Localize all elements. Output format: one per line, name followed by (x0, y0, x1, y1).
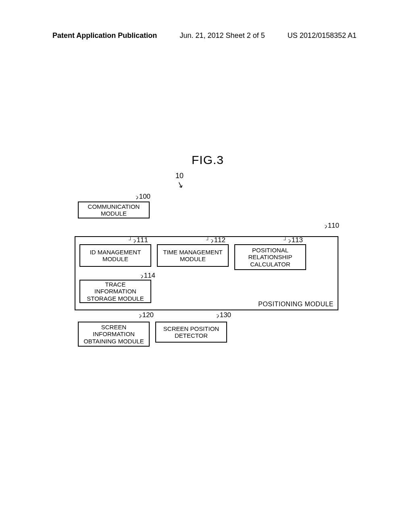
ref-10-arrow-icon: ↘ (176, 179, 186, 190)
screen-position-detector-box: SCREEN POSITION DETECTOR (155, 322, 227, 343)
ref-120: ς120 (139, 311, 154, 319)
row-1: ς111 ID MANAGEMENT MODULE ς112 TIME MANA… (79, 244, 334, 270)
trace-information-storage-module-box: TRACE INFORMATION STORAGE MODULE (79, 280, 151, 303)
communication-module-label: COMMUNICATION MODULE (88, 203, 140, 217)
figure-label: FIG.3 (75, 153, 341, 167)
header-center: Jun. 21, 2012 Sheet 2 of 5 (180, 31, 265, 40)
positional-relationship-calculator-box: ς113 POSITIONAL RELATIONSHIP CALCULATOR (234, 244, 306, 270)
positioning-module-container: ς111 ID MANAGEMENT MODULE ς112 TIME MANA… (75, 236, 338, 310)
page-header: Patent Application Publication Jun. 21, … (0, 0, 413, 40)
bottom-row: SCREEN INFORMATION OBTAINING MODULE SCRE… (78, 322, 341, 347)
row-2: TRACE INFORMATION STORAGE MODULE (79, 280, 334, 303)
ref-130: ς130 (217, 311, 231, 319)
id-management-module-box: ς111 ID MANAGEMENT MODULE (79, 244, 151, 267)
time-management-module-box: ς112 TIME MANAGEMENT MODULE (157, 244, 229, 267)
screen-info-label: SCREEN INFORMATION OBTAINING MODULE (83, 324, 144, 345)
screen-position-label: SCREEN POSITION DETECTOR (163, 325, 219, 339)
ref-10-container: 10 ↘ (75, 174, 341, 190)
time-management-label: TIME MANAGEMENT MODULE (163, 249, 223, 263)
ref-113: ς113 (288, 236, 303, 244)
ref-110: ς110 (325, 222, 339, 230)
trace-info-label: TRACE INFORMATION STORAGE MODULE (87, 281, 144, 302)
figure-3: FIG.3 10 ↘ ς100 COMMUNICATION MODULE ς11… (75, 153, 341, 347)
id-management-label: ID MANAGEMENT MODULE (90, 249, 141, 263)
positioning-module-label: POSITIONING MODULE (258, 301, 334, 308)
screen-information-obtaining-module-box: SCREEN INFORMATION OBTAINING MODULE (78, 322, 150, 347)
header-left: Patent Application Publication (52, 31, 157, 40)
positional-relationship-label: POSITIONAL RELATIONSHIP CALCULATOR (248, 247, 292, 268)
header-right: US 2012/0158352 A1 (288, 31, 357, 40)
ref-100: ς100 (136, 193, 150, 201)
ref-111: ς111 (133, 236, 148, 244)
ref-112: ς112 (211, 236, 225, 244)
communication-module-box: COMMUNICATION MODULE (78, 202, 150, 218)
ref-114: ς114 (141, 272, 155, 280)
